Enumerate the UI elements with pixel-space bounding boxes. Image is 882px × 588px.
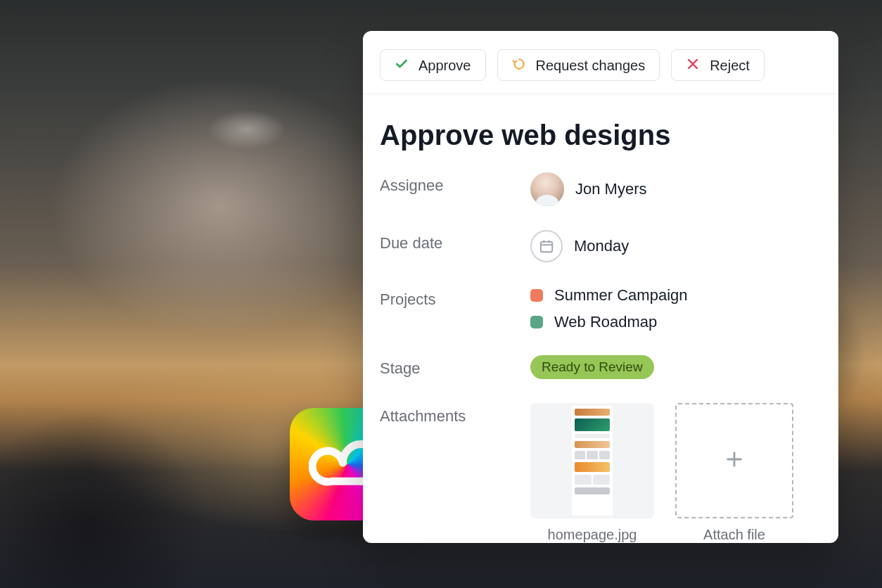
request-changes-button[interactable]: Request changes [497,49,660,81]
approve-label: Approve [418,58,471,72]
project-item[interactable]: Web Roadmap [530,313,822,331]
plus-icon [724,449,744,472]
loop-icon [512,57,526,73]
task-detail-card: Approve Request changes Reject Approve w… [363,31,838,543]
project-item[interactable]: Summer Campaign [530,286,822,305]
projects-list: Summer Campaign Web Roadmap [530,286,822,331]
attachments-area: homepage.jpg Attach file [530,403,822,543]
attachment-thumbnail [530,403,654,518]
due-date-label: Due date [380,230,530,262]
check-icon [395,57,409,73]
task-title: Approve web designs [363,94,838,172]
projects-label: Projects [380,286,530,331]
attachment-filename: homepage.jpg [530,527,654,543]
assignee-name: Jon Myers [575,180,646,198]
assignee-label: Assignee [380,172,530,206]
project-color-chip [530,289,543,302]
stage-value[interactable]: Ready to Review [530,355,822,379]
request-changes-label: Request changes [536,58,646,72]
reject-label: Reject [710,58,750,72]
stage-label: Stage [380,355,530,379]
svg-rect-2 [541,242,553,253]
action-toolbar: Approve Request changes Reject [363,31,838,94]
due-date-text: Monday [574,237,629,255]
attachment-item[interactable]: homepage.jpg [530,403,654,543]
project-name: Summer Campaign [554,286,688,305]
attachments-label: Attachments [380,403,530,543]
project-name: Web Roadmap [554,313,657,331]
project-color-chip [530,316,543,328]
avatar [530,172,564,206]
attach-dropzone [675,403,793,518]
assignee-value[interactable]: Jon Myers [530,172,822,206]
approve-button[interactable]: Approve [380,49,486,81]
due-date-value[interactable]: Monday [530,230,822,262]
reject-button[interactable]: Reject [671,49,765,81]
status-badge: Ready to Review [530,355,654,379]
attach-file-label: Attach file [675,527,793,543]
close-icon [686,57,700,73]
attach-file-button[interactable]: Attach file [675,403,793,543]
calendar-icon [530,230,563,262]
